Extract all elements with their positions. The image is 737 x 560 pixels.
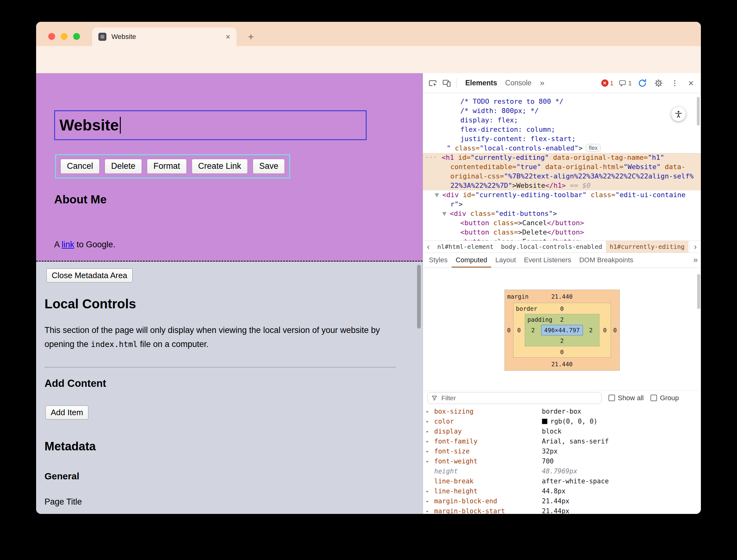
show-all-checkbox-box[interactable]: [608, 395, 615, 401]
computed-property-color[interactable]: ▸colorrgb(0, 0, 0): [423, 416, 701, 426]
sidebar-tab-layout[interactable]: Layout: [491, 253, 520, 268]
sync-reload-icon[interactable]: [637, 78, 648, 89]
dom-tree-line[interactable]: <button class=>Delete</button>: [423, 228, 701, 237]
inspect-element-icon[interactable]: [427, 78, 438, 89]
edit-toolbar: CancelDeleteFormatCreate LinkSave: [55, 154, 290, 178]
box-model-padding: padding2 2 496×44.797 2 2: [525, 314, 599, 346]
edit-button-delete[interactable]: Delete: [105, 159, 142, 174]
computed-property-line-height[interactable]: ▸line-height44.8px: [423, 486, 701, 496]
error-badge[interactable]: ✕ 1: [601, 79, 614, 87]
issues-badge[interactable]: 1: [618, 79, 632, 87]
show-all-checkbox[interactable]: Show all: [608, 394, 644, 402]
devtools-tab-console[interactable]: Console: [501, 73, 535, 93]
dom-tree-line[interactable]: /* width: 800px; */: [423, 106, 701, 116]
description-text-after: file on a computer.: [138, 339, 209, 349]
computed-property-display[interactable]: ▸displayblock: [423, 426, 701, 436]
elements-dom-tree: /* TODO restore to 800 *//* width: 800px…: [423, 93, 701, 240]
breadcrumb-item-nl-html-element[interactable]: nl#html-element: [433, 241, 497, 253]
dom-tree-line[interactable]: 22%3A%22%22%7D">Website</h1> == $0: [423, 181, 701, 190]
sidebar-tab-event-listeners[interactable]: Event Listeners: [520, 253, 575, 268]
more-sidebar-tabs-icon[interactable]: »: [693, 253, 698, 267]
link-paragraph: A link to Google.: [54, 240, 116, 249]
dom-tree-line[interactable]: display: flex;: [423, 116, 701, 125]
sidebar-tab-computed[interactable]: Computed: [451, 253, 491, 268]
dom-tree-line[interactable]: <button class=>Format</button>: [423, 237, 701, 240]
computed-property-box-sizing[interactable]: ▸box-sizingborder-box: [423, 406, 701, 416]
dom-tree-line[interactable]: ▼<div class="edit-buttons">: [423, 209, 701, 218]
screen: Website × + File /Users/pw/Developer/one: [0, 0, 737, 560]
add-item-button[interactable]: Add Item: [45, 406, 88, 420]
about-me-heading: About Me: [54, 193, 107, 206]
breadcrumbs: nl#html-elementbody.local-controls-enabl…: [433, 241, 688, 253]
devtools-settings-gear-icon[interactable]: [653, 78, 664, 89]
group-checkbox-box[interactable]: [650, 395, 657, 401]
accessibility-overlay-icon[interactable]: [671, 107, 686, 121]
error-count: 1: [610, 79, 614, 87]
dom-tree-line[interactable]: ···<h1 id="currently-editing" data-origi…: [423, 153, 701, 162]
minimize-window-button[interactable]: [61, 33, 68, 40]
group-label: Group: [660, 394, 679, 402]
dom-tree-line[interactable]: /* TODO restore to 800 */: [423, 97, 701, 106]
title-editor[interactable]: Website: [54, 110, 367, 140]
fullscreen-window-button[interactable]: [73, 33, 80, 40]
edit-button-create-link[interactable]: Create Link: [192, 159, 248, 174]
devtools-tab-elements[interactable]: Elements: [461, 73, 501, 93]
local-controls-description: This section of the page will only displ…: [45, 323, 396, 351]
breadcrumb-item-body-local-controls-enabled[interactable]: body.local-controls-enabled: [497, 241, 606, 253]
editable-page-section: Website CancelDeleteFormatCreate LinkSav…: [36, 73, 423, 262]
computed-property-font-size[interactable]: ▸font-size32px: [423, 446, 701, 456]
close-window-button[interactable]: [48, 33, 55, 40]
margin-label: margin: [507, 293, 529, 300]
border-right-value: 0: [599, 314, 611, 346]
dom-tree-line[interactable]: " class="local-controls-enabled">flex: [423, 144, 701, 153]
dom-tree-line[interactable]: justify-content: flex-start;: [423, 134, 701, 144]
issue-count: 1: [628, 79, 632, 87]
edit-button-cancel[interactable]: Cancel: [60, 159, 100, 174]
breadcrumb-bar: ‹ nl#html-elementbody.local-controls-ena…: [423, 240, 701, 253]
computed-filter-input[interactable]: [427, 392, 602, 404]
breadcrumb-scroll-left-icon[interactable]: ‹: [423, 241, 433, 253]
group-checkbox[interactable]: Group: [650, 394, 679, 402]
sidebar-tab-dom-breakpoints[interactable]: DOM Breakpoints: [575, 253, 637, 268]
browser-tab[interactable]: Website ×: [92, 27, 237, 46]
devtools-menu-kebab-icon[interactable]: [669, 78, 680, 89]
google-link[interactable]: link: [62, 240, 74, 249]
computed-property-font-weight[interactable]: ▸font-weight700: [423, 456, 701, 466]
browser-toolbar: File /Users/pw/Developer/one-pager/dist/…: [36, 46, 701, 73]
tab-close-icon[interactable]: ×: [226, 32, 230, 42]
text-caret: [120, 117, 121, 134]
page-scrollbar-thumb[interactable]: [417, 265, 421, 329]
dom-tree-line[interactable]: ▼<div id="currently-editing-toolbar" cla…: [423, 190, 701, 200]
computed-property-line-break[interactable]: line-breakafter-white-space: [423, 476, 701, 486]
dom-tree-line[interactable]: flex-direction: column;: [423, 125, 701, 134]
devtools-close-icon[interactable]: ×: [685, 78, 697, 89]
title-editor-text: Website: [59, 116, 119, 134]
sidebar-scrollbar-thumb[interactable]: [697, 274, 700, 309]
margin-bottom-value: 21.440: [551, 361, 573, 368]
tab-title: Website: [111, 33, 226, 41]
edit-button-save[interactable]: Save: [253, 159, 285, 174]
devtools-panel: ElementsConsole » ✕ 1 1: [423, 73, 701, 514]
computed-property-margin-block-end[interactable]: ▸margin-block-end21.44px: [423, 496, 701, 506]
dom-tree-line[interactable]: <button class=>Cancel</button>: [423, 218, 701, 228]
sidebar-tab-styles[interactable]: Styles: [425, 253, 451, 268]
computed-property-margin-block-start[interactable]: ▸margin-block-start21.44px: [423, 506, 701, 514]
close-metadata-area-button[interactable]: Close Metadata Area: [46, 268, 133, 282]
metadata-heading: Metadata: [45, 440, 96, 453]
device-toolbar-icon[interactable]: [441, 78, 452, 89]
edit-button-format[interactable]: Format: [147, 159, 187, 174]
breadcrumb-item-h1-currently-editing[interactable]: h1#currently-editing: [606, 241, 688, 253]
more-panels-icon[interactable]: »: [538, 78, 546, 88]
dom-tree-line[interactable]: original-css="%7B%22text-align%22%3A%22%…: [423, 172, 701, 181]
new-tab-button[interactable]: +: [245, 31, 257, 42]
dom-tree-line[interactable]: contenteditable="true" data-original-htm…: [423, 162, 701, 172]
computed-property-font-family[interactable]: ▸font-familyArial, sans-serif: [423, 436, 701, 446]
computed-property-height[interactable]: height48.7969px: [423, 466, 701, 476]
border-bottom-value: 0: [560, 349, 564, 355]
tree-scrollbar-thumb[interactable]: [697, 97, 700, 126]
padding-label: padding: [527, 316, 552, 323]
breadcrumb-scroll-right-icon[interactable]: ›: [689, 241, 701, 253]
dom-tree-line[interactable]: r">: [423, 200, 701, 209]
padding-left-value: 2: [525, 325, 541, 335]
margin-top-value: 21.440: [551, 293, 573, 300]
